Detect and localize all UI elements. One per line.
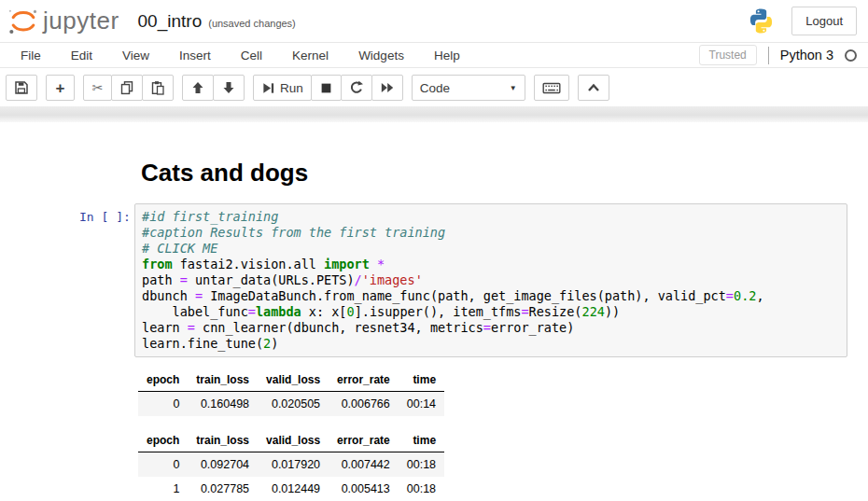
refresh-icon <box>349 80 364 95</box>
menu-cell[interactable]: Cell <box>226 43 277 68</box>
code-line: path = untar_data(URLs.PETS)/'images' <box>142 272 840 288</box>
column-header: valid_loss <box>258 369 329 392</box>
table-cell: 0.092704 <box>188 452 258 478</box>
code-input-area[interactable]: #id first_training#caption Results from … <box>134 203 847 357</box>
menu-view[interactable]: View <box>107 43 164 68</box>
kernel-name: Python 3 <box>780 48 833 63</box>
code-line: learn = cnn_learner(dbunch, resnet34, me… <box>142 320 840 336</box>
arrow-up-icon <box>190 80 205 95</box>
step-forward-icon <box>261 81 275 95</box>
notebook-title: 00_intro (unsaved changes) <box>138 11 296 32</box>
notebook-container: Cats and dogs In [ ]: #id first_training… <box>0 122 868 501</box>
input-prompt: In [ ]: <box>79 203 134 225</box>
table-cell: 00:18 <box>399 452 444 478</box>
menu-widgets[interactable]: Widgets <box>343 43 419 68</box>
scissors-icon: ✂ <box>92 81 104 94</box>
markdown-prompt <box>79 159 134 164</box>
copy-icon <box>119 80 134 95</box>
trusted-button[interactable]: Trusted <box>699 45 757 65</box>
menu-help[interactable]: Help <box>419 43 475 68</box>
plus-icon: + <box>56 80 65 96</box>
output-cell: epochtrain_lossvalid_losserror_ratetime0… <box>79 369 847 416</box>
command-palette-button[interactable] <box>534 75 569 101</box>
column-header: epoch <box>138 369 188 392</box>
jupyter-logo-icon <box>7 6 39 37</box>
column-header: time <box>399 429 444 452</box>
autosave-status: (unsaved changes) <box>208 18 296 29</box>
kernel-idle-icon <box>845 49 857 62</box>
restart-run-all-button[interactable] <box>371 75 403 101</box>
toolbar: + ✂ <box>0 68 868 106</box>
menu-bar: FileEditViewInsertCellKernelWidgetsHelp … <box>0 42 868 68</box>
table-cell: 0.020505 <box>258 392 329 417</box>
training-results-table: epochtrain_lossvalid_losserror_ratetime0… <box>138 369 444 416</box>
output-prompt <box>79 369 134 374</box>
code-line: learn.fine_tune(2) <box>142 336 840 352</box>
table-cell: 0 <box>138 452 188 478</box>
code-line: label_func=lambda x: x[0].isupper(), ite… <box>142 304 840 320</box>
table-cell: 1 <box>138 477 188 501</box>
table-cell: 0.027785 <box>188 477 258 501</box>
column-header: error_rate <box>329 369 399 392</box>
column-header: time <box>399 369 444 392</box>
column-header: valid_loss <box>258 429 329 452</box>
logout-button[interactable]: Logout <box>791 7 857 35</box>
table-cell: 0.006766 <box>329 392 399 417</box>
kernel-separator <box>768 47 769 64</box>
stop-icon <box>319 81 333 95</box>
jupyter-logo[interactable]: jupyter <box>7 6 119 37</box>
table-cell: 00:18 <box>399 477 444 501</box>
collapse-toolbar-button[interactable] <box>578 75 609 101</box>
menu-insert[interactable]: Insert <box>164 43 226 68</box>
python-logo-icon <box>748 7 775 35</box>
menu-file[interactable]: File <box>6 43 56 68</box>
cell-type-select[interactable]: Code ▼ <box>412 75 525 101</box>
move-cell-down-button[interactable] <box>213 75 245 101</box>
notebook-name[interactable]: 00_intro <box>138 11 203 32</box>
column-header: error_rate <box>329 429 399 452</box>
fast-forward-icon <box>380 80 395 95</box>
run-cell-button[interactable]: Run <box>253 75 312 101</box>
paste-cells-button[interactable] <box>142 75 174 101</box>
save-icon <box>14 80 29 95</box>
restart-kernel-button[interactable] <box>341 75 372 101</box>
column-header: epoch <box>138 429 188 452</box>
insert-cell-below-button[interactable]: + <box>46 75 75 101</box>
header-bar: jupyter 00_intro (unsaved changes) Logou… <box>0 0 868 42</box>
move-cell-up-button[interactable] <box>182 75 214 101</box>
table-cell: 0.005413 <box>329 477 399 501</box>
run-button-label: Run <box>280 81 303 95</box>
copy-cells-button[interactable] <box>111 75 143 101</box>
app-name: jupyter <box>43 7 119 35</box>
jupyter-notebook-app: jupyter 00_intro (unsaved changes) Logou… <box>0 0 868 501</box>
table-row: 00.1604980.0205050.00676600:14 <box>138 392 444 417</box>
interrupt-kernel-button[interactable] <box>311 75 342 101</box>
arrow-down-icon <box>221 80 236 95</box>
code-line: dbunch = ImageDataBunch.from_name_func(p… <box>142 288 840 304</box>
cut-cells-button[interactable]: ✂ <box>83 75 112 101</box>
table-row: 10.0277850.0124490.00541300:18 <box>138 477 444 501</box>
column-header: train_loss <box>188 429 258 452</box>
table-row: 00.0927040.0179200.00744200:18 <box>138 452 444 478</box>
table-cell: 0.017920 <box>258 452 329 478</box>
table-cell: 0.007442 <box>329 452 399 478</box>
markdown-cell[interactable]: Cats and dogs <box>79 159 847 203</box>
markdown-heading[interactable]: Cats and dogs <box>141 159 847 188</box>
code-cell[interactable]: In [ ]: #id first_training#caption Resul… <box>79 203 847 357</box>
code-line: from fastai2.vision.all import * <box>142 257 840 272</box>
menu-edit[interactable]: Edit <box>56 43 107 68</box>
code-line: # CLICK ME <box>142 241 840 257</box>
code-line: #id first_training <box>142 209 840 225</box>
table-cell: 00:14 <box>399 392 444 417</box>
cell-type-selected-value: Code <box>420 81 450 95</box>
code-line: #caption Results from the first training <box>142 225 840 241</box>
output-cell: epochtrain_lossvalid_losserror_ratetime0… <box>79 429 847 501</box>
header-shadow <box>0 106 868 122</box>
caret-down-icon: ▼ <box>510 84 517 92</box>
table-cell: 0 <box>138 392 188 417</box>
save-button[interactable] <box>6 75 37 101</box>
table-cell: 0.012449 <box>258 477 329 501</box>
menu-kernel[interactable]: Kernel <box>277 43 343 68</box>
keyboard-icon <box>542 80 561 95</box>
training-results-table: epochtrain_lossvalid_losserror_ratetime0… <box>138 429 444 501</box>
